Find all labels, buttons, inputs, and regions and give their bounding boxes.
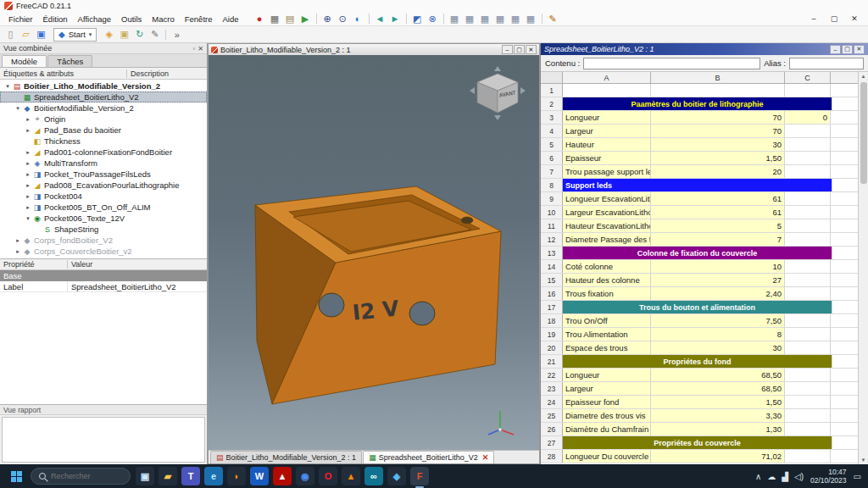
- close-button[interactable]: ✕: [844, 13, 865, 25]
- section-header-cell[interactable]: Support leds: [563, 179, 832, 191]
- view-top-icon[interactable]: ▦: [463, 13, 477, 25]
- edit-mode-icon[interactable]: ✎: [147, 28, 162, 41]
- cell-value[interactable]: 68,50: [651, 382, 785, 395]
- row-header[interactable]: 7: [541, 165, 563, 178]
- macro-record-icon[interactable]: ●: [253, 13, 267, 25]
- new-document-icon[interactable]: ▯: [3, 28, 18, 41]
- search-input[interactable]: [51, 472, 119, 480]
- column-header-c[interactable]: C: [785, 72, 831, 83]
- cell-value[interactable]: 30: [651, 341, 785, 354]
- sheet-maximize-button[interactable]: ▢: [842, 45, 853, 54]
- sheet-corner-cell[interactable]: [541, 72, 563, 83]
- section-header-cell[interactable]: Propriétes du fond: [563, 355, 832, 368]
- cell-value[interactable]: 20: [651, 165, 785, 178]
- row-header[interactable]: 27: [541, 436, 563, 449]
- tree-item[interactable]: ▾◉Pocket006_Texte_12V: [0, 213, 207, 224]
- cell-label[interactable]: Coté colonne: [563, 260, 651, 273]
- row-header[interactable]: 6: [541, 152, 563, 164]
- arduino-icon[interactable]: ∞: [364, 467, 383, 485]
- row-header[interactable]: 12: [541, 233, 563, 246]
- view-left-icon[interactable]: ▦: [524, 13, 538, 25]
- nav-back-icon[interactable]: ◄: [373, 13, 387, 25]
- create-part-icon[interactable]: ◈: [102, 28, 116, 41]
- cell-label[interactable]: Largeur EscavationLitho: [563, 206, 651, 219]
- cell-extra[interactable]: [785, 369, 831, 381]
- onedrive-icon[interactable]: ☁: [767, 472, 776, 481]
- acrobat-icon[interactable]: ▲: [273, 467, 292, 485]
- notification-icon[interactable]: ▭: [854, 472, 861, 481]
- row-header[interactable]: 10: [541, 206, 563, 219]
- cell[interactable]: [651, 84, 785, 97]
- property-header-value[interactable]: Valeur: [68, 260, 92, 269]
- cell-extra[interactable]: [785, 192, 831, 205]
- row-header[interactable]: 4: [541, 125, 563, 137]
- tree-item[interactable]: ▸◨Pocket005_BT_On_Off_ALIM: [0, 202, 207, 213]
- row-header[interactable]: 3: [541, 111, 563, 124]
- cell-value[interactable]: 61: [651, 206, 785, 219]
- property-group-base[interactable]: Base: [0, 270, 207, 281]
- builder-3d-icon[interactable]: ◈: [387, 467, 406, 485]
- cell-label[interactable]: Largeur: [563, 382, 651, 395]
- doc-tab-close-icon[interactable]: ✕: [482, 453, 489, 462]
- tree-item[interactable]: ▾◆BoitierModifiable_Version_2: [0, 103, 207, 114]
- tree-item[interactable]: ▸◨Pocket_TrouPassageFilsLeds: [0, 169, 207, 180]
- cell-label[interactable]: Trou Alimentation: [563, 328, 651, 341]
- cell-value[interactable]: 70: [651, 125, 785, 137]
- tree-expander-icon[interactable]: ▾: [24, 215, 32, 222]
- cell-extra[interactable]: [785, 206, 831, 219]
- row-header[interactable]: 25: [541, 409, 563, 422]
- cell-label[interactable]: Longueur: [563, 111, 651, 124]
- cell-value[interactable]: 10: [651, 260, 785, 273]
- cell-label[interactable]: Epaisseur: [563, 152, 651, 164]
- minimize-button[interactable]: –: [804, 13, 824, 25]
- cell-label[interactable]: Diamètre du Chamfrain des vis: [563, 423, 651, 435]
- row-header[interactable]: 24: [541, 396, 563, 408]
- doc-tab[interactable]: ▦Spreadsheet_BoitierLitho_V2✕: [363, 451, 494, 463]
- row-header[interactable]: 21: [541, 355, 563, 368]
- cell-label[interactable]: Trou On/Off: [563, 314, 651, 327]
- section-header-cell[interactable]: Paamètres du boitier de lithographie: [563, 97, 832, 110]
- zoom-icon[interactable]: ⊗: [426, 13, 440, 25]
- task-view-icon[interactable]: ▣: [136, 467, 154, 485]
- row-header[interactable]: 17: [541, 301, 563, 313]
- model-top-hole[interactable]: [461, 217, 473, 224]
- section-header-cell[interactable]: Propriétes du couvercle: [563, 436, 832, 449]
- sheet-close-button[interactable]: ✕: [854, 45, 865, 54]
- menu-item-affichage[interactable]: Affichage: [73, 14, 116, 25]
- firefox-icon[interactable]: ◗: [227, 467, 246, 485]
- file-explorer-icon[interactable]: ▰: [159, 467, 177, 485]
- macro-play-icon[interactable]: ▶: [298, 13, 313, 25]
- cell-extra[interactable]: [785, 341, 831, 354]
- volume-icon[interactable]: ◁): [794, 472, 804, 481]
- hidden-icons-chevron-icon[interactable]: ∧: [755, 472, 761, 481]
- tree-expander-icon[interactable]: ▸: [24, 149, 32, 156]
- alias-input[interactable]: [789, 58, 864, 69]
- row-header[interactable]: 22: [541, 369, 563, 381]
- save-document-icon[interactable]: ▣: [34, 28, 48, 41]
- tree-expander-icon[interactable]: ▸: [24, 204, 32, 211]
- cell-value[interactable]: 70: [651, 111, 785, 124]
- cell-extra[interactable]: [785, 152, 831, 164]
- sheet-minimize-button[interactable]: –: [830, 45, 841, 54]
- cell-label[interactable]: Espace des trous: [563, 341, 651, 354]
- freecad-icon[interactable]: F: [410, 467, 429, 485]
- row-header[interactable]: 13: [541, 247, 563, 259]
- mdi-close-button[interactable]: ✕: [526, 45, 537, 54]
- navcube-arrow-right-icon[interactable]: [520, 87, 526, 94]
- tree-expander-icon[interactable]: ▸: [14, 248, 22, 255]
- cell-extra[interactable]: [785, 423, 831, 435]
- cell-extra[interactable]: [785, 165, 831, 178]
- tree-item[interactable]: ▾▤Boitier_Litho_Modifiable_Version_2: [0, 80, 207, 92]
- row-header[interactable]: 28: [541, 450, 563, 463]
- row-header[interactable]: 9: [541, 192, 563, 205]
- cell[interactable]: [563, 84, 651, 97]
- report-view-content[interactable]: [2, 417, 205, 463]
- cell-label[interactable]: Trou passage support led: [563, 165, 651, 178]
- cell-value[interactable]: 2,40: [651, 287, 785, 300]
- cell-value[interactable]: 30: [651, 138, 785, 151]
- navigation-cube[interactable]: AVANT: [468, 65, 527, 121]
- cell-extra[interactable]: [785, 287, 831, 300]
- model-front-hole-left[interactable]: [319, 293, 344, 317]
- row-header[interactable]: 26: [541, 423, 563, 435]
- tree-expander-icon[interactable]: ▸: [24, 171, 32, 178]
